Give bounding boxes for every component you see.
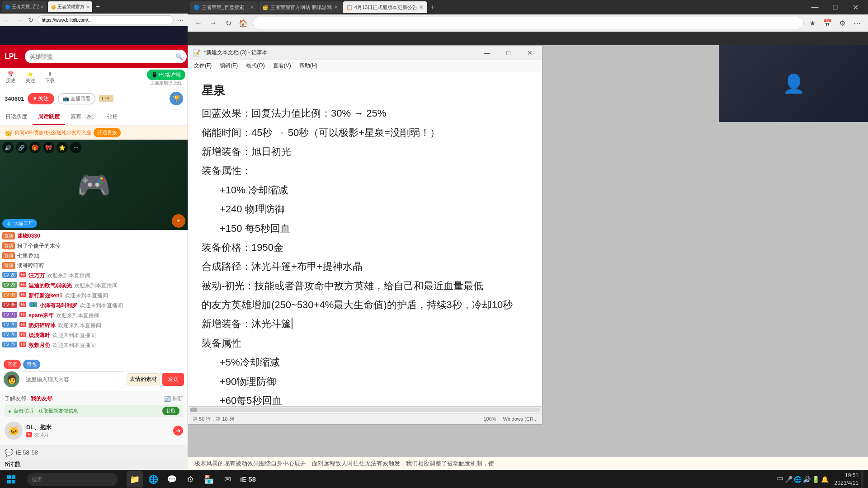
forward-button-main[interactable]: →	[207, 17, 220, 29]
tab2-close[interactable]: ✕	[86, 5, 90, 9]
pc-client-button[interactable]: 📱 PC客户端	[147, 70, 185, 80]
get-friends-button[interactable]: 获取	[162, 407, 179, 415]
minimize-button[interactable]: —	[805, 0, 825, 14]
tray-network-icon[interactable]: 🌐	[794, 476, 802, 483]
volume-icon[interactable]: 🔊	[2, 142, 14, 153]
taskbar-search-input[interactable]	[27, 473, 118, 486]
horizontal-scrollbar[interactable]	[190, 408, 540, 412]
svg-rect-3	[12, 480, 15, 483]
chat-messages-area[interactable]: 置顶 迷椒0330 置顶 粉了个傻子的木兮 置顶 七里香aq 置顶 演哥哼哼哼 …	[0, 230, 188, 356]
notepad-content-area[interactable]: 星泉 回蓝效果：回复法力值比例：30% → 25% 储能时间：45秒 → 50秒…	[188, 71, 542, 406]
hi-badge-7: Hi	[19, 332, 26, 337]
close-button[interactable]: ✕	[845, 0, 866, 14]
friend-status-1: H 32.4万	[26, 432, 170, 438]
maximize-button[interactable]: □	[825, 0, 845, 14]
broadcast-history-button[interactable]: 📺 直播回看	[58, 93, 95, 104]
more-options-button[interactable]: ⋯	[851, 17, 863, 29]
main-tab-3[interactable]: 📋 4月13日正式服版本更新公告 ✕	[343, 1, 427, 13]
tab-diamond-fans[interactable]: 钻粉	[102, 109, 123, 125]
chat-text-input[interactable]	[22, 371, 124, 387]
address-bar-main[interactable]	[252, 17, 804, 29]
follow-button[interactable]: ♥ 关注	[28, 93, 54, 104]
send-message-button[interactable]: 发送	[162, 373, 184, 386]
scrollbar-thumb[interactable]	[190, 408, 197, 412]
main-tab-2[interactable]: 👑 王者荣耀官方网站-腾讯游戏 ✕	[259, 1, 342, 13]
show-desktop-button[interactable]	[861, 470, 863, 488]
notepad-line-10: 的友方英雄增加(250~530+4%最大生命值)的护盾，持续3秒，冷却10秒	[202, 296, 528, 313]
taskbar-email-icon[interactable]: ✉	[219, 471, 236, 488]
chat-bubble-icon: 💬	[5, 448, 14, 457]
taskbar-wechat-icon[interactable]: 💬	[164, 471, 180, 488]
nav-follow[interactable]: ⭐ 关注	[22, 69, 39, 86]
menu-view[interactable]: 查看(V)	[269, 61, 295, 70]
notepad-statusbar: 第 50 行，第 10 列 100% Windows (CR...	[188, 413, 542, 424]
settings-button[interactable]: ⚙	[836, 17, 849, 29]
main-tab2-close[interactable]: ✕	[334, 4, 338, 10]
menu-help[interactable]: 帮助(H)	[296, 61, 321, 70]
nav-history[interactable]: 📅 历史	[2, 69, 19, 86]
main-tab1-close[interactable]: ✕	[250, 4, 254, 10]
emoji-button[interactable]: 表情的素材	[127, 373, 160, 385]
forward-button-left[interactable]: →	[14, 15, 24, 25]
taskbar-settings-icon[interactable]: ⚙	[182, 471, 198, 488]
tray-mic-icon[interactable]: 🎤	[785, 476, 793, 483]
refresh-friends-button[interactable]: 🔄 刷新	[164, 395, 183, 403]
home-button-main[interactable]: 🏠	[237, 17, 250, 29]
main-tab3-close[interactable]: ✕	[419, 4, 424, 10]
taskbar-edge-icon[interactable]: 🌐	[145, 471, 161, 488]
tray-ime-icon[interactable]: 中	[777, 475, 783, 483]
notepad-close-button[interactable]: ✕	[519, 46, 540, 60]
icon-1[interactable]: 6讨数	[5, 460, 21, 469]
open-guard-button[interactable]: 开通贵族	[94, 128, 121, 137]
lpl-badge: LPL	[99, 95, 113, 102]
star-icon[interactable]: ⭐	[57, 142, 68, 153]
follow-friend-button[interactable]: ➜	[173, 426, 183, 436]
taskbar-store-icon[interactable]: 🏪	[201, 471, 217, 488]
menu-edit[interactable]: 编辑(E)	[216, 61, 241, 70]
streaming-tab-1[interactable]: 🔵 王者荣耀_百度搜索 ✕	[2, 1, 47, 12]
tray-notifications-icon[interactable]: 🔔	[821, 476, 829, 483]
new-tab-button-main[interactable]: +	[428, 3, 438, 12]
tab-know-friends[interactable]: 了解友邻	[5, 395, 26, 403]
refresh-button-main[interactable]: ↻	[222, 17, 235, 29]
menu-file[interactable]: 文件(F)	[190, 61, 215, 70]
streaming-tab-2[interactable]: 👑 王者荣耀官方网站-腾讯游戏 ✕	[48, 1, 92, 12]
gift-icon[interactable]: 🎁	[29, 142, 41, 153]
tab-my-friends[interactable]: 我的友邻	[31, 395, 52, 403]
system-clock[interactable]: 19:51 2023/4/11	[835, 472, 859, 487]
address-bar-left[interactable]	[38, 15, 174, 24]
back-button-left[interactable]: ←	[2, 15, 12, 25]
tab1-close[interactable]: ✕	[40, 5, 44, 9]
nav-download[interactable]: ⬇ 下载	[41, 69, 58, 86]
back-button-main[interactable]: ←	[192, 17, 205, 29]
follow-count-label: 340601	[5, 95, 24, 102]
file-explorer-icon: 📁	[130, 474, 140, 484]
bookmark-button[interactable]: ★	[806, 17, 819, 29]
new-tab-button-left[interactable]: +	[94, 3, 102, 11]
tab-weekly-activity[interactable]: 周话跃度	[33, 109, 65, 125]
refresh-button-left[interactable]: ↻	[26, 15, 36, 25]
tray-battery-icon[interactable]: 🔋	[812, 476, 820, 483]
tab-daily-activity[interactable]: 日话跃度	[0, 109, 33, 125]
taskbar-explorer-icon[interactable]: 📁	[127, 471, 143, 488]
main-tab-1[interactable]: 🔵 王者荣耀_百度搜索 ✕	[190, 1, 258, 13]
notepad-maximize-button[interactable]: □	[498, 46, 519, 60]
gift2-icon[interactable]: 🎀	[43, 142, 54, 153]
add-stream-icon[interactable]: +	[172, 214, 185, 228]
tab-guests[interactable]: 嘉宾 261	[65, 109, 102, 125]
tray-sound-icon[interactable]: 🔊	[803, 476, 811, 483]
pinned-msg-2: 置顶 粉了个傻子的木兮	[2, 242, 185, 250]
hero-search-button[interactable]: 🔍	[175, 53, 183, 60]
hero-search-input[interactable]	[25, 50, 187, 63]
more-button-left[interactable]: ⋯	[175, 16, 185, 24]
share-icon[interactable]: 🔗	[16, 142, 27, 153]
start-button[interactable]	[0, 470, 23, 488]
menu-format[interactable]: 格式(O)	[242, 61, 268, 70]
charge-button[interactable]: 充值	[4, 360, 21, 369]
history-button[interactable]: 📅	[821, 17, 834, 29]
svg-rect-2	[7, 480, 11, 483]
bag-button[interactable]: 背包	[23, 360, 40, 369]
friends-tab-bar: 了解友邻 我的友邻 🔄 刷新	[5, 395, 183, 403]
notepad-minimize-button[interactable]: —	[477, 46, 497, 60]
menu-icon[interactable]: ⋯	[70, 142, 81, 153]
